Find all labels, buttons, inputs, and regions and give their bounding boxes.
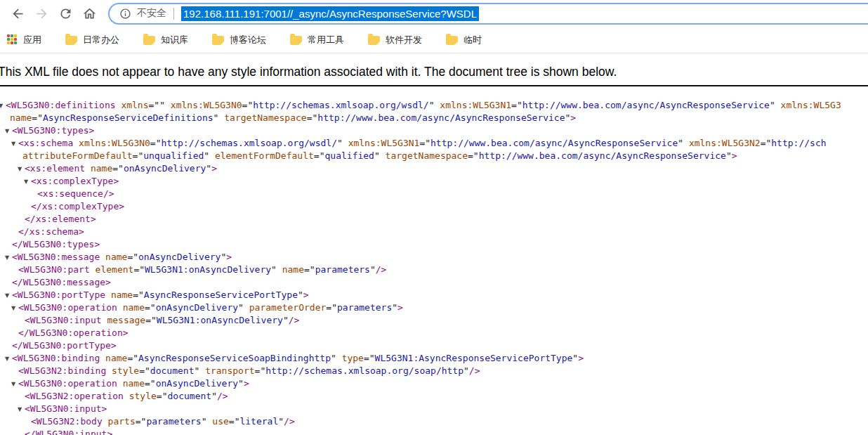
xml-line: attributeFormDefault="unqualified" eleme… <box>0 150 868 162</box>
xml-line: </xs:element> <box>0 213 868 226</box>
expand-arrow-icon[interactable]: ▼ <box>11 302 18 315</box>
xml-line: ▼<WL5G3N0:operation name="onAsyncDeliver… <box>0 377 868 390</box>
folder-icon <box>446 36 458 45</box>
expand-arrow-icon[interactable]: ▼ <box>0 100 6 112</box>
xml-viewer-header: This XML file does not appear to have an… <box>0 65 868 86</box>
xml-line: </WL5G3N0:operation> <box>0 327 868 339</box>
bookmark-label: 博客论坛 <box>230 34 266 46</box>
expand-arrow-icon[interactable]: ▼ <box>24 176 31 188</box>
xml-line: ▼<WL5G3N0:message name="onAsyncDelivery"… <box>0 251 868 264</box>
xml-line: ▼<WL5G3N0:portType name="AsyncResponseSe… <box>0 289 868 301</box>
refresh-icon <box>58 6 73 21</box>
xml-line: ▼<WL5G3N0:input> <box>0 403 868 415</box>
bookmark-folder-item[interactable]: 常用工具 <box>290 34 344 46</box>
bookmark-label: 知识库 <box>161 34 188 46</box>
bookmark-apps-item[interactable]: 应用 <box>7 34 41 46</box>
expand-arrow-icon[interactable]: ▼ <box>5 252 12 264</box>
xml-line: name="AsyncResponseServiceDefinitions" t… <box>0 112 868 124</box>
xml-line: ▼<WL5G3N0:types> <box>0 124 868 137</box>
xml-line: ▼<xs:complexType> <box>0 175 868 188</box>
xml-line: <xs:sequence/> <box>0 188 868 200</box>
folder-icon <box>368 36 380 45</box>
back-button[interactable] <box>6 1 29 25</box>
expand-arrow-icon[interactable]: ▼ <box>5 125 12 138</box>
xml-line: ▼<WL5G3N0:definitions xmlns="" xmlns:WL5… <box>0 99 868 112</box>
xml-line: ▼<xs:schema xmlns:WL5G3N0="http://schema… <box>0 137 868 150</box>
expand-arrow-icon[interactable]: ▼ <box>11 378 18 391</box>
xml-line: <WL5G3N0:part element="WL5G3N1:onAsyncDe… <box>0 264 868 276</box>
xml-viewer: This XML file does not appear to have an… <box>0 65 868 435</box>
bookmark-label: 软件开发 <box>386 34 422 46</box>
xml-line: <WL5G3N2:binding style="document" transp… <box>0 365 868 377</box>
xml-line: </xs:complexType> <box>0 200 868 213</box>
bookmark-folder-item[interactable]: 临时 <box>446 34 482 46</box>
apps-grid-icon <box>7 34 18 45</box>
folder-icon <box>143 36 155 45</box>
browser-toolbar: 不安全 192.168.111.191:7001//_async/AsyncRe… <box>0 0 868 27</box>
xml-line: <WL5G3N2:body parts="parameters" use="li… <box>0 415 868 428</box>
folder-icon <box>290 36 302 45</box>
expand-arrow-icon[interactable]: ▼ <box>5 353 12 365</box>
security-label[interactable]: 不安全 <box>137 7 166 20</box>
folder-icon <box>65 36 77 45</box>
refresh-button[interactable] <box>53 1 77 25</box>
expand-arrow-icon[interactable]: ▼ <box>18 163 25 176</box>
home-button[interactable] <box>77 1 101 25</box>
xml-style-message: This XML file does not appear to have an… <box>0 65 617 79</box>
xml-line: ▼<xs:element name="onAsyncDelivery"> <box>0 162 868 175</box>
expand-arrow-icon[interactable]: ▼ <box>18 403 25 416</box>
xml-line: ▼<WL5G3N0:binding name="AsyncResponseSer… <box>0 352 868 365</box>
bookmark-label: 日常办公 <box>83 34 119 46</box>
bookmark-folder-item[interactable]: 软件开发 <box>368 34 422 46</box>
omnibox-separator <box>173 8 174 20</box>
bookmark-folder-item[interactable]: 知识库 <box>143 34 188 46</box>
xml-tree: ▼<WL5G3N0:definitions xmlns="" xmlns:WL5… <box>0 99 868 435</box>
xml-line: </WL5G3N0:portType> <box>0 339 868 352</box>
xml-line: </xs:schema> <box>0 226 868 238</box>
address-bar[interactable]: 不安全 192.168.111.191:7001//_async/AsyncRe… <box>108 3 868 25</box>
bookmark-folder-item[interactable]: 日常办公 <box>65 34 119 46</box>
forward-button[interactable] <box>29 1 53 25</box>
back-icon <box>11 6 25 21</box>
bookmark-label: 临时 <box>463 34 482 46</box>
folder-icon <box>212 36 224 45</box>
info-icon[interactable] <box>119 8 131 20</box>
forward-icon <box>34 6 49 21</box>
xml-line: <WL5G3N2:operation style="document"/> <box>0 390 868 403</box>
expand-arrow-icon[interactable]: ▼ <box>5 290 12 302</box>
xml-line: </WL5G3N0:types> <box>0 238 868 251</box>
xml-line: ▼<WL5G3N0:operation name="onAsyncDeliver… <box>0 301 868 314</box>
bookmark-folder-item[interactable]: 博客论坛 <box>212 34 266 46</box>
expand-arrow-icon[interactable]: ▼ <box>11 138 18 150</box>
xml-line: </WL5G3N0:input> <box>0 428 868 435</box>
xml-line: </WL5G3N0:message> <box>0 276 868 289</box>
url-input[interactable]: 192.168.111.191:7001//_async/AsyncRespon… <box>181 6 479 21</box>
bookmark-label: 常用工具 <box>308 34 344 46</box>
bookmark-label: 应用 <box>23 34 41 46</box>
home-icon <box>82 6 97 21</box>
bookmarks-bar: 应用 日常办公知识库博客论坛常用工具软件开发临时 <box>0 27 868 53</box>
xml-line: <WL5G3N0:input message="WL5G3N1:onAsyncD… <box>0 314 868 327</box>
